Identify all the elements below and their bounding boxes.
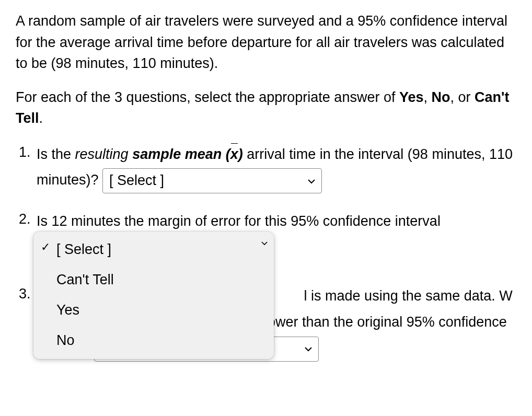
intro-paragraph-1: A random sample of air travelers were su… bbox=[16, 10, 516, 74]
q1-paren-open: ( bbox=[226, 146, 230, 162]
q2-select-wrapper: [ Select ] Can't Tell Yes No bbox=[36, 235, 192, 269]
question-2-text: Is 12 minutes the margin of error for th… bbox=[37, 209, 516, 269]
q1-select-label: [ Select ] bbox=[109, 168, 164, 194]
q2-t1: Is 12 minutes the margin of error for th… bbox=[37, 213, 441, 229]
intro-sep2: , or bbox=[450, 89, 475, 105]
q1-t2: resulting bbox=[75, 146, 129, 162]
q1-select-wrapper: [ Select ] bbox=[102, 168, 322, 194]
dropdown-option-select-label: [ Select ] bbox=[56, 241, 111, 257]
q1-select[interactable]: [ Select ] bbox=[102, 168, 322, 193]
dropdown-option-yes[interactable]: Yes bbox=[33, 295, 274, 326]
question-1: 1. Is the resulting sample mean (x) arri… bbox=[37, 142, 516, 194]
intro-prefix: For each of the 3 questions, select the … bbox=[16, 89, 399, 105]
intro-text-1: A random sample of air travelers were su… bbox=[16, 13, 507, 71]
q3-t2: l is made using the same data. W bbox=[304, 288, 513, 304]
q2-dropdown-popup: [ Select ] Can't Tell Yes No bbox=[33, 232, 274, 359]
q1-xbar: x bbox=[230, 142, 238, 168]
intro-suffix: . bbox=[39, 110, 43, 126]
intro-yes: Yes bbox=[399, 89, 424, 105]
chevron-down-icon bbox=[305, 341, 312, 357]
dropdown-option-select[interactable]: [ Select ] bbox=[33, 235, 274, 265]
question-2: 2. Is 12 minutes the margin of error for… bbox=[37, 209, 516, 269]
intro-no: No bbox=[432, 89, 450, 105]
question-list: 1. Is the resulting sample mean (x) arri… bbox=[16, 142, 516, 362]
question-2-number: 2. bbox=[19, 209, 31, 230]
q1-t4: sample mean bbox=[132, 146, 226, 162]
intro-paragraph-2: For each of the 3 questions, select the … bbox=[16, 87, 516, 129]
dropdown-option-cant-tell-label: Can't Tell bbox=[56, 272, 114, 287]
question-3-number: 3. bbox=[19, 283, 31, 305]
chevron-down-icon bbox=[308, 174, 315, 189]
q1-t3 bbox=[129, 146, 133, 162]
q1-t1: Is the bbox=[37, 146, 75, 162]
dropdown-option-cant-tell[interactable]: Can't Tell bbox=[33, 265, 274, 295]
question-1-number: 1. bbox=[19, 142, 31, 163]
dropdown-option-no-label: No bbox=[56, 332, 75, 348]
intro-sep1: , bbox=[424, 89, 432, 105]
dropdown-option-no[interactable]: No bbox=[33, 326, 274, 356]
q1-paren-close: ) bbox=[238, 146, 243, 162]
question-1-text: Is the resulting sample mean (x) arrival… bbox=[37, 142, 516, 194]
dropdown-option-yes-label: Yes bbox=[56, 302, 79, 318]
